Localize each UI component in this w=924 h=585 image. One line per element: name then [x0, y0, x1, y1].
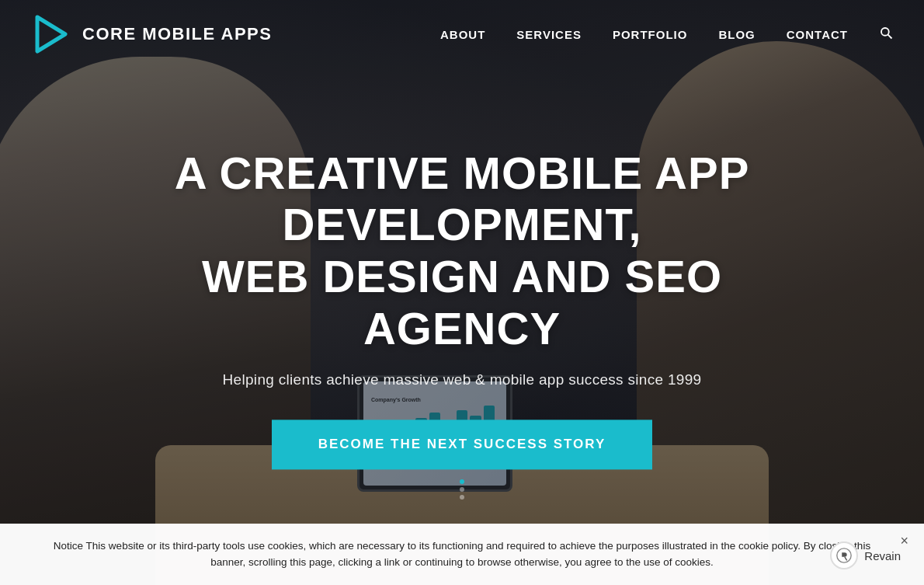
navbar: CORE MOBILE APPS ABOUT SERVICES PORTFOLI…: [0, 0, 924, 68]
svg-line-2: [888, 34, 892, 38]
hero-title: A CREATIVE MOBILE APP DEVELOPMENT, WEB D…: [113, 148, 811, 355]
revain-widget[interactable]: Revain: [830, 541, 901, 569]
svg-line-4: [845, 557, 847, 561]
cta-button[interactable]: BECOME THE NEXT SUCCESS STORY: [272, 420, 653, 470]
cookie-banner: Notice This website or its third-party t…: [0, 524, 924, 585]
cookie-text: Notice This website or its third-party t…: [47, 538, 877, 571]
svg-marker-0: [37, 17, 65, 51]
hero-subtitle: Helping clients achieve massive web & mo…: [113, 372, 811, 389]
nav-links: ABOUT SERVICES PORTFOLIO BLOG CONTACT: [440, 26, 893, 44]
search-icon[interactable]: [879, 26, 893, 44]
hero-section: Company's Growth CORE MOBILE APPS ABOUT …: [0, 0, 924, 585]
nav-services[interactable]: SERVICES: [516, 28, 582, 41]
hero-title-line2: WEB DESIGN AND SEO AGENCY: [202, 251, 722, 353]
scroll-dots: [460, 479, 464, 500]
revain-label: Revain: [864, 549, 901, 562]
nav-portfolio[interactable]: PORTFOLIO: [613, 28, 688, 41]
scroll-dot-2: [460, 487, 464, 492]
nav-contact[interactable]: CONTACT: [787, 28, 848, 41]
scroll-dot-1: [460, 479, 464, 484]
cookie-close-button[interactable]: ×: [900, 533, 908, 549]
revain-icon: [830, 541, 858, 569]
scroll-dot-3: [460, 495, 464, 500]
hero-content: A CREATIVE MOBILE APP DEVELOPMENT, WEB D…: [113, 148, 811, 470]
nav-blog[interactable]: BLOG: [718, 28, 755, 41]
logo-text: CORE MOBILE APPS: [82, 24, 272, 44]
hero-title-line1: A CREATIVE MOBILE APP DEVELOPMENT,: [175, 148, 750, 250]
logo-area[interactable]: CORE MOBILE APPS: [31, 14, 272, 54]
logo-icon: [31, 14, 71, 54]
nav-about[interactable]: ABOUT: [440, 28, 485, 41]
svg-point-1: [881, 28, 889, 36]
